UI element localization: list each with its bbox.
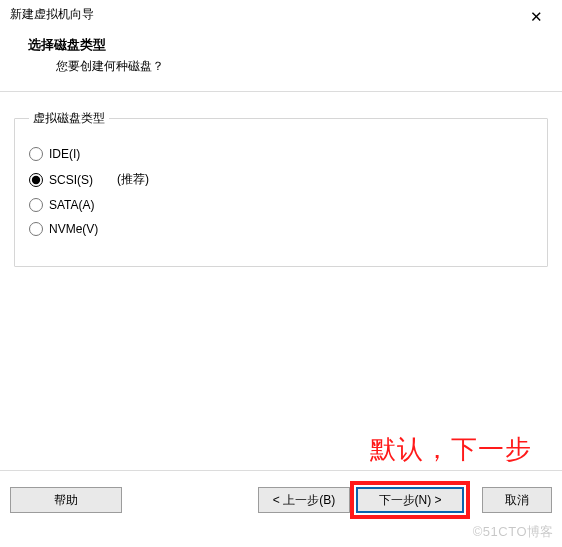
radio-scsi-hint: (推荐) bbox=[117, 171, 149, 188]
radio-nvme[interactable]: NVMe(V) bbox=[29, 222, 533, 236]
title-bar: 新建虚拟机向导 ✕ bbox=[0, 0, 562, 32]
radio-sata[interactable]: SATA(A) bbox=[29, 198, 533, 212]
radio-scsi-label: SCSI(S) bbox=[49, 173, 93, 187]
page-title: 选择磁盘类型 bbox=[28, 36, 552, 54]
disk-type-group: 虚拟磁盘类型 IDE(I) SCSI(S) (推荐) SATA(A) NVMe(… bbox=[14, 110, 548, 267]
wizard-header: 选择磁盘类型 您要创建何种磁盘？ bbox=[0, 32, 562, 92]
radio-sata-label: SATA(A) bbox=[49, 198, 95, 212]
close-icon: ✕ bbox=[530, 8, 543, 26]
button-bar: 帮助 < 上一步(B) 下一步(N) > 取消 bbox=[0, 470, 562, 519]
radio-ide-label: IDE(I) bbox=[49, 147, 80, 161]
watermark: ©51CTO博客 bbox=[473, 523, 554, 541]
page-subtitle: 您要创建何种磁盘？ bbox=[56, 58, 552, 75]
radio-ide[interactable]: IDE(I) bbox=[29, 147, 533, 161]
disk-type-legend: 虚拟磁盘类型 bbox=[29, 110, 109, 127]
back-button[interactable]: < 上一步(B) bbox=[258, 487, 350, 513]
next-button-highlight: 下一步(N) > bbox=[350, 481, 470, 519]
annotation-text: 默认，下一步 bbox=[370, 432, 532, 467]
radio-sata-input[interactable] bbox=[29, 198, 43, 212]
help-button[interactable]: 帮助 bbox=[10, 487, 122, 513]
wizard-content: 虚拟磁盘类型 IDE(I) SCSI(S) (推荐) SATA(A) NVMe(… bbox=[0, 92, 562, 267]
close-button[interactable]: ✕ bbox=[516, 6, 556, 28]
next-button[interactable]: 下一步(N) > bbox=[356, 487, 464, 513]
window-title: 新建虚拟机向导 bbox=[10, 6, 94, 23]
radio-nvme-label: NVMe(V) bbox=[49, 222, 98, 236]
radio-scsi-input[interactable] bbox=[29, 173, 43, 187]
radio-scsi[interactable]: SCSI(S) (推荐) bbox=[29, 171, 533, 188]
cancel-button[interactable]: 取消 bbox=[482, 487, 552, 513]
radio-nvme-input[interactable] bbox=[29, 222, 43, 236]
radio-ide-input[interactable] bbox=[29, 147, 43, 161]
